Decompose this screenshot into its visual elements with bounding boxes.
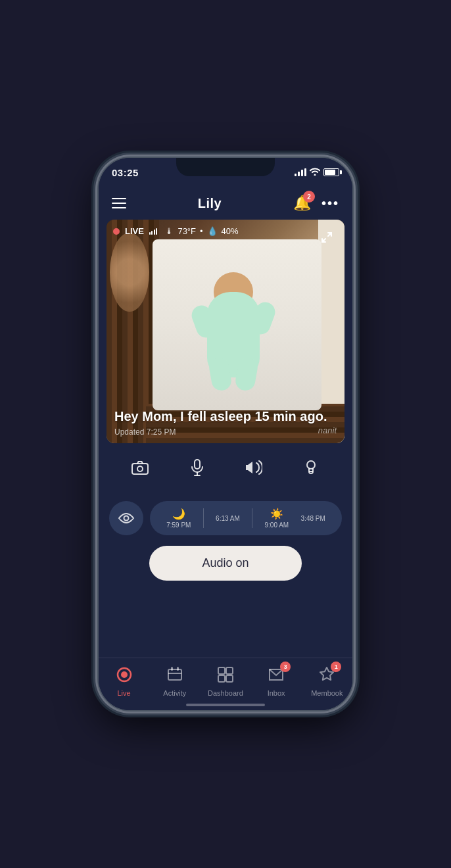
camera-button[interactable] [124, 454, 156, 485]
nav-icon-wrapper-activity [166, 665, 184, 687]
humidity-value: 40% [222, 226, 239, 236]
battery-fill [325, 170, 335, 175]
more-button[interactable]: ••• [321, 196, 339, 211]
battery-icon [323, 168, 339, 176]
nav-item-activity[interactable]: Activity [155, 665, 195, 697]
nav-label-activity: Activity [163, 689, 186, 697]
nanit-watermark: nanit [318, 425, 337, 435]
wifi-icon [310, 168, 320, 178]
svg-rect-15 [226, 667, 233, 674]
nav-label-dashboard: Dashboard [208, 689, 243, 697]
svg-point-9 [121, 671, 128, 678]
signal-strength-icon [149, 228, 158, 235]
microphone-icon [190, 459, 204, 480]
live-nav-icon [115, 665, 133, 684]
baby-visual [194, 272, 273, 391]
svg-rect-11 [171, 667, 173, 671]
video-feed: LIVE 🌡 73°F • 💧 40% [107, 220, 344, 443]
header: Lily 🔔 2 ••• [99, 187, 352, 220]
night-time: 7:59 PM [166, 521, 191, 529]
signal-bar-3 [301, 170, 303, 176]
menu-button[interactable] [112, 198, 126, 208]
caption-text: Hey Mom, I fell asleep 15 min ago. [114, 408, 337, 425]
notch [176, 158, 275, 176]
sun-icon: ☀️ [270, 508, 283, 520]
hamburger-line-3 [112, 207, 126, 208]
expand-button[interactable] [321, 231, 333, 247]
nav-item-membook[interactable]: 1 Membook [307, 665, 346, 697]
caption-updated: Updated 7:25 PM [114, 427, 337, 437]
header-right: 🔔 2 ••• [293, 195, 339, 212]
light-icon [304, 459, 318, 480]
home-indicator [186, 704, 265, 706]
signal-bar-4 [304, 168, 306, 176]
signal-bar-1 [295, 174, 297, 176]
phone-outer: 03:25 [0, 0, 451, 868]
night-section: 🌙 7:59 PM [166, 508, 191, 529]
afternoon-section: 3:48 PM [301, 515, 325, 522]
nav-icon-wrapper-inbox: 3 [267, 665, 285, 687]
camera-icon [131, 460, 149, 479]
more-dots-icon: ••• [321, 196, 339, 210]
svg-rect-12 [177, 667, 179, 671]
app-content: Lily 🔔 2 ••• [99, 187, 352, 710]
membook-badge: 1 [331, 662, 341, 672]
svg-rect-2 [195, 460, 200, 469]
sleep-timeline: 🌙 7:59 PM 6:13 AM ☀️ 9:00 AM 3:48 PM [150, 501, 342, 535]
timeline-divider-2 [252, 508, 252, 528]
eye-button[interactable] [109, 501, 143, 535]
notifications-badge: 2 [303, 191, 315, 203]
controls-row [99, 443, 352, 496]
inbox-badge: 3 [280, 662, 291, 672]
notifications-button[interactable]: 🔔 2 [293, 195, 311, 212]
signal-bars-icon [295, 168, 306, 176]
nav-label-inbox: Inbox [268, 689, 285, 697]
light-button[interactable] [295, 454, 327, 485]
nav-icon-wrapper-membook: 1 [318, 665, 336, 687]
hamburger-line-2 [112, 203, 126, 204]
phone-frame: 03:25 [97, 157, 354, 711]
separator: • [200, 226, 203, 236]
status-icons [295, 168, 339, 178]
audio-on-button[interactable]: Audio on [149, 546, 301, 581]
hamburger-line-1 [112, 198, 126, 199]
nav-icon-wrapper-dashboard [216, 665, 235, 687]
svg-rect-0 [132, 464, 148, 474]
temp-humidity-display: 🌡 73°F • 💧 40% [165, 226, 238, 236]
audio-button-label: Audio on [202, 556, 249, 569]
svg-rect-10 [168, 669, 181, 680]
svg-point-1 [137, 466, 143, 471]
speaker-icon [245, 460, 262, 479]
status-time: 03:25 [112, 167, 139, 178]
afternoon-time: 3:48 PM [301, 515, 325, 522]
temperature-value: 73°F [178, 226, 196, 236]
nav-icon-wrapper-live [115, 665, 133, 687]
day-section: ☀️ 9:00 AM [265, 508, 289, 529]
bottom-nav: Live Activity [99, 658, 352, 710]
svg-point-5 [307, 461, 315, 469]
nav-item-dashboard[interactable]: Dashboard [206, 665, 245, 697]
live-dot [113, 228, 120, 235]
svg-point-7 [124, 516, 129, 521]
header-title: Lily [198, 196, 222, 211]
morning-section: 6:13 AM [216, 515, 240, 522]
timeline-divider-1 [203, 508, 204, 528]
nav-label-membook: Membook [311, 689, 343, 697]
speaker-button[interactable] [238, 454, 270, 485]
nav-item-inbox[interactable]: 3 Inbox [256, 665, 296, 697]
live-label: LIVE [125, 226, 144, 236]
day-time: 9:00 AM [265, 521, 289, 529]
morning-time: 6:13 AM [216, 515, 240, 522]
svg-rect-14 [218, 667, 225, 674]
svg-rect-16 [218, 675, 225, 682]
sleep-bar: 🌙 7:59 PM 6:13 AM ☀️ 9:00 AM 3:48 PM [109, 501, 342, 535]
activity-nav-icon [166, 665, 184, 684]
video-caption: Hey Mom, I fell asleep 15 min ago. Updat… [114, 408, 337, 437]
video-container[interactable]: LIVE 🌡 73°F • 💧 40% [107, 220, 344, 443]
video-overlay-top: LIVE 🌡 73°F • 💧 40% [113, 226, 338, 236]
signal-bar-2 [298, 172, 300, 176]
crib-decor [110, 233, 149, 312]
microphone-button[interactable] [181, 454, 213, 485]
nav-item-live[interactable]: Live [105, 665, 144, 697]
moon-icon: 🌙 [172, 508, 185, 520]
